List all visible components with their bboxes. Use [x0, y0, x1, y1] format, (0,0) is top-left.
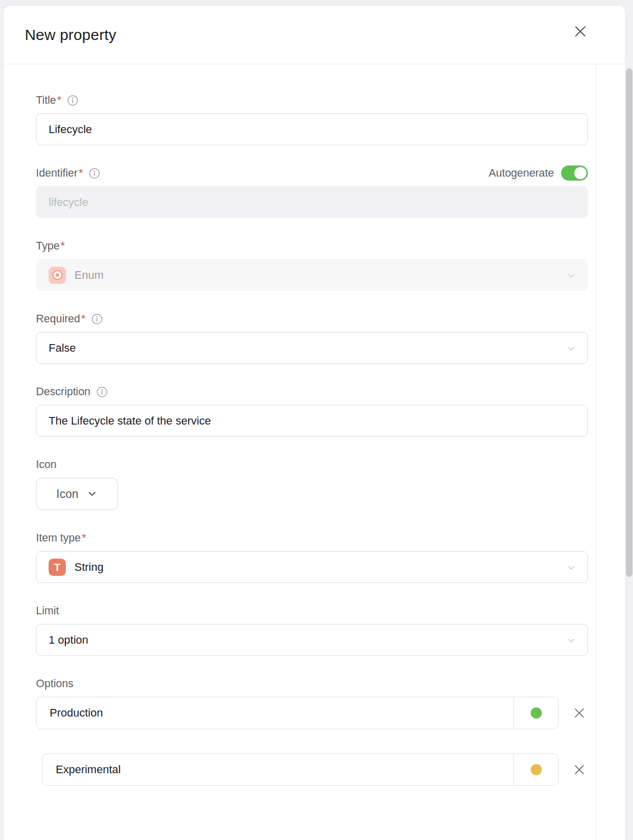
close-icon	[574, 25, 587, 38]
option-color-swatch[interactable]	[513, 754, 558, 785]
required-marker: *	[78, 167, 83, 180]
title-label: Title	[36, 94, 56, 107]
item-type-label: Item type	[36, 532, 81, 544]
limit-select[interactable]: 1 option	[36, 624, 588, 656]
new-property-dialog: New property Title * Identifier	[3, 5, 626, 840]
chevron-down-icon	[566, 563, 576, 573]
description-label: Description	[36, 386, 91, 398]
toggle-knob	[574, 167, 586, 179]
field-item-type: Item type * T String	[36, 530, 625, 583]
option-row	[42, 753, 625, 786]
close-icon	[573, 707, 585, 719]
info-icon	[96, 386, 108, 398]
type-label: Type	[36, 240, 60, 253]
chevron-down-icon	[566, 636, 576, 646]
chevron-down-icon	[566, 344, 576, 354]
chevron-down-icon	[566, 271, 576, 281]
required-value: False	[49, 342, 76, 355]
item-type-value: String	[74, 561, 103, 574]
field-title: Title *	[36, 93, 625, 145]
required-marker: *	[57, 94, 61, 107]
info-icon	[89, 167, 100, 179]
option-remove-button[interactable]	[572, 705, 587, 721]
description-input[interactable]	[36, 405, 588, 437]
autogenerate-toggle[interactable]	[561, 165, 588, 181]
field-required: Required * False	[36, 311, 625, 364]
required-marker: *	[61, 240, 65, 253]
dialog-content-edge	[596, 64, 596, 840]
option-color-dot	[531, 764, 542, 775]
option-input[interactable]	[43, 754, 513, 785]
option-input[interactable]	[36, 697, 513, 729]
field-icon: Icon Icon	[36, 457, 625, 510]
options-label: Options	[36, 678, 73, 690]
autogenerate-label: Autogenerate	[489, 167, 554, 180]
option-color-swatch[interactable]	[513, 697, 558, 729]
dialog-title: New property	[25, 26, 116, 44]
chevron-down-icon	[87, 488, 98, 499]
icon-picker-label: Icon	[56, 487, 78, 501]
identifier-label: Identifier	[36, 167, 77, 180]
info-icon	[67, 95, 78, 106]
option-field	[36, 697, 559, 729]
option-color-dot	[531, 707, 542, 719]
scrollbar-thumb[interactable]	[626, 68, 632, 577]
field-description: Description	[36, 384, 625, 437]
item-type-select[interactable]: T String	[36, 551, 588, 583]
field-identifier: Identifier * Autogenerate	[36, 165, 625, 218]
required-select[interactable]: False	[36, 332, 588, 364]
identifier-input	[36, 186, 588, 218]
info-icon	[91, 313, 103, 325]
close-button[interactable]	[572, 23, 589, 40]
field-options: Options	[36, 676, 625, 786]
required-marker: *	[81, 313, 85, 325]
icon-picker-button[interactable]: Icon	[36, 478, 118, 510]
enum-icon	[49, 267, 66, 284]
type-value: Enum	[74, 269, 103, 282]
string-icon: T	[49, 559, 66, 576]
option-remove-button[interactable]	[572, 762, 587, 777]
type-select: Enum	[36, 259, 588, 291]
dialog-header: New property	[4, 6, 625, 64]
dialog-body: Title * Identifier * Autogenerate	[4, 64, 625, 786]
option-field	[42, 753, 559, 786]
title-input[interactable]	[36, 113, 588, 145]
option-row	[36, 697, 625, 729]
field-type: Type * Enum	[36, 238, 625, 291]
field-limit: Limit 1 option	[36, 603, 625, 656]
required-label: Required	[36, 313, 80, 325]
limit-label: Limit	[36, 605, 59, 617]
limit-value: 1 option	[49, 634, 88, 647]
required-marker: *	[82, 532, 86, 544]
icon-label: Icon	[36, 458, 57, 471]
close-icon	[573, 764, 585, 776]
